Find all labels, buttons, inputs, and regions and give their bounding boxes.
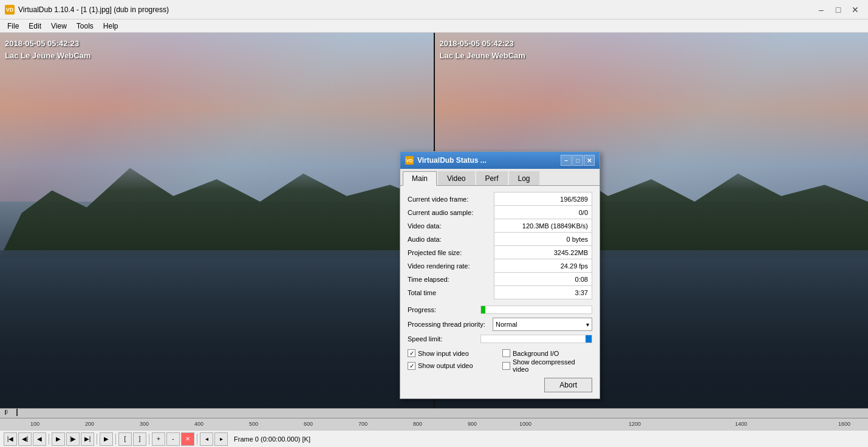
main-content: 2018-05-05 05:42:23 Lac Le Jeune WebCam … <box>0 33 868 408</box>
checkbox-background-io[interactable]: Background I/O <box>502 349 592 357</box>
speed-label: Speed limit: <box>408 335 480 343</box>
tab-main[interactable]: Main <box>403 171 437 186</box>
stat-label-time-elapsed: Time elapsed: <box>408 273 494 286</box>
separator-5 <box>197 434 197 445</box>
ruler-num-100: 100 <box>30 421 39 427</box>
background-io-checkbox[interactable] <box>502 349 510 357</box>
priority-label: Processing thread priority: <box>408 321 493 328</box>
title-bar: VD VirtualDub 1.10.4 - [1 (1).jpg] (dub … <box>0 0 868 19</box>
separator-3 <box>115 434 116 445</box>
show-decompressed-video-checkbox[interactable] <box>502 362 510 370</box>
audio-left-button[interactable]: ◂ <box>200 432 213 446</box>
checkbox-show-output-video[interactable]: Show output video <box>408 358 497 373</box>
tab-log[interactable]: Log <box>509 171 539 185</box>
dialog-maximize-button[interactable]: □ <box>572 155 583 166</box>
ruler-number-row: 100 200 300 400 500 600 700 800 900 1000… <box>0 418 868 430</box>
ruler-num-200: 200 <box>85 421 94 427</box>
dialog-close-button[interactable]: ✕ <box>584 155 595 166</box>
zoom-out-button[interactable]: - <box>166 432 180 446</box>
ruler-num-700: 700 <box>358 421 367 427</box>
show-output-video-label: Show output video <box>418 362 473 369</box>
stat-label-audio-sample: Current audio sample: <box>408 206 494 219</box>
prev-key-button[interactable]: ◀| <box>18 432 32 446</box>
stats-table: Current video frame: 196/5289 Current au… <box>408 192 592 299</box>
next-frame-button[interactable]: ▶ <box>52 432 65 446</box>
ruler-num-400: 400 <box>194 421 203 427</box>
stat-row-time-elapsed: Time elapsed: 0:08 <box>408 273 592 286</box>
speed-row: Speed limit: <box>408 335 592 343</box>
dialog-title-bar: VD VirtualDub Status ... – □ ✕ <box>400 152 600 169</box>
water-layer <box>0 250 434 408</box>
delete-button[interactable]: ✕ <box>181 432 194 446</box>
dialog-main-content: Current video frame: 196/5289 Current au… <box>400 186 600 398</box>
progress-label: Progress: <box>408 306 480 313</box>
mountain-layer <box>0 145 434 258</box>
bottom-toolbar: |◀ ◀| ◀ ▶ |▶ ▶| ▶ [ ] + - ✕ ◂ ▸ Frame 0 … <box>0 430 868 447</box>
speed-bar-fill <box>586 335 592 343</box>
next-key-button[interactable]: |▶ <box>66 432 80 446</box>
show-input-video-checkbox[interactable] <box>408 349 415 357</box>
ruler-num-1400: 1400 <box>735 421 747 427</box>
stat-value-audio-sample: 0/0 <box>494 206 592 219</box>
stat-value-total-time: 3:37 <box>494 286 592 299</box>
stat-value-rendering-rate: 24.29 fps <box>494 259 592 273</box>
checkbox-section: Show input video Background I/O Show out… <box>408 349 592 373</box>
menu-edit[interactable]: Edit <box>24 21 46 32</box>
abort-row: Abort <box>408 378 592 392</box>
menu-help[interactable]: Help <box>98 21 123 32</box>
priority-select[interactable]: Normal ▾ <box>493 318 592 331</box>
ruler-tick-row: 0 <box>0 409 868 418</box>
show-input-video-label: Show input video <box>418 350 469 357</box>
show-output-video-checkbox[interactable] <box>408 362 415 370</box>
go-to-start-button[interactable]: |◀ <box>4 432 17 446</box>
prev-frame-button[interactable]: ◀ <box>33 432 46 446</box>
stat-row-video-data: Video data: 120.3MB (18849KB/s) <box>408 219 592 233</box>
right-video-location: Lac Le Jeune WebCam <box>440 50 525 62</box>
ruler-num-300: 300 <box>140 421 149 427</box>
stat-value-audio-data: 0 bytes <box>494 233 592 246</box>
speed-bar-container[interactable] <box>480 335 592 343</box>
checkbox-show-decompressed-video[interactable]: Show decompressed video <box>502 358 592 373</box>
menu-tools[interactable]: Tools <box>72 21 98 32</box>
stat-label-video-data: Video data: <box>408 219 494 233</box>
stat-row-audio-data: Audio data: 0 bytes <box>408 233 592 246</box>
stat-label-video-frame: Current video frame: <box>408 193 494 206</box>
close-button[interactable]: ✕ <box>847 4 863 16</box>
stat-row-rendering-rate: Video rendering rate: 24.29 fps <box>408 259 592 273</box>
ruler-num-500: 500 <box>249 421 258 427</box>
stat-value-video-data: 120.3MB (18849KB/s) <box>494 219 592 233</box>
right-video-datetime: 2018-05-05 05:42:23 <box>440 38 525 50</box>
left-video-location: Lac Le Jeune WebCam <box>5 50 91 62</box>
ruler-num-800: 800 <box>413 421 422 427</box>
menu-view[interactable]: View <box>46 21 72 32</box>
priority-value: Normal <box>496 321 517 328</box>
mark-in-button[interactable]: [ <box>118 432 132 446</box>
tab-perf[interactable]: Perf <box>476 171 508 185</box>
audio-right-button[interactable]: ▸ <box>214 432 228 446</box>
dialog-icon: VD <box>405 156 414 165</box>
tab-video[interactable]: Video <box>438 171 474 185</box>
minimize-button[interactable]: – <box>813 4 829 16</box>
mark-out-button[interactable]: ] <box>133 432 146 446</box>
left-video-panel: 2018-05-05 05:42:23 Lac Le Jeune WebCam <box>0 33 434 408</box>
separator-2 <box>97 434 97 445</box>
separator-1 <box>49 434 49 445</box>
chevron-down-icon: ▾ <box>586 321 589 328</box>
stat-label-file-size: Projected file size: <box>408 246 494 259</box>
stat-label-audio-data: Audio data: <box>408 233 494 246</box>
ruler-num-900: 900 <box>468 421 477 427</box>
stat-value-file-size: 3245.22MB <box>494 246 592 259</box>
zoom-in-button[interactable]: + <box>152 432 165 446</box>
maximize-button[interactable]: □ <box>830 4 846 16</box>
stat-row-file-size: Projected file size: 3245.22MB <box>408 246 592 259</box>
menu-file[interactable]: File <box>2 21 24 32</box>
stat-label-total-time: Total time <box>408 286 494 299</box>
checkbox-show-input-video[interactable]: Show input video <box>408 349 497 357</box>
separator-4 <box>149 434 149 445</box>
priority-row: Processing thread priority: Normal ▾ <box>408 318 592 331</box>
go-to-end-button[interactable]: ▶| <box>81 432 94 446</box>
ruler-area: 0 100 200 300 400 500 600 700 800 900 10… <box>0 408 868 430</box>
play-button[interactable]: ▶ <box>100 432 113 446</box>
abort-button[interactable]: Abort <box>544 378 592 392</box>
dialog-minimize-button[interactable]: – <box>561 155 572 166</box>
